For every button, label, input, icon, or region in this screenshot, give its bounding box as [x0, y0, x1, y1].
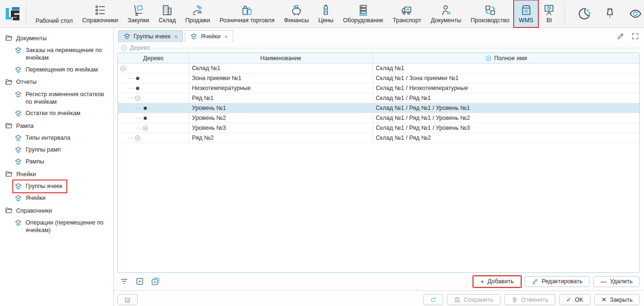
tree-connector	[128, 88, 134, 89]
toolbar-right-icons	[560, 3, 644, 24]
collapse-node-icon[interactable]	[135, 96, 140, 101]
cell-full-name: Склад №1 / Ряд №1 / Уровень №3	[376, 125, 470, 131]
refresh-button[interactable]	[423, 294, 443, 305]
table-row[interactable]: Ряд №2 Склад №1 / Ряд №2	[118, 133, 639, 143]
pin-icon[interactable]	[599, 3, 620, 24]
sidebar-item-cell-move-orders[interactable]: Заказы на перемещение по ячейкам	[13, 45, 111, 64]
tab-cell-groups[interactable]: Группы ячеек ×	[118, 30, 183, 42]
column-header-label: Наименование	[260, 55, 301, 62]
toolbar-item-bi[interactable]: BI	[538, 0, 560, 27]
ok-button-label: OK	[575, 297, 583, 303]
sidebar-item-operations-cell-move[interactable]: Операции (перемещение по ячейкам)	[13, 217, 111, 236]
toolbar-item-documents[interactable]: Документы	[426, 0, 466, 27]
delete-button[interactable]: — Удалить	[593, 276, 640, 287]
toolbar-item-label: Финансы	[284, 17, 308, 24]
toolbar-item-transport[interactable]: Транспорт	[388, 0, 426, 27]
sidebar-folder-label: Справочники	[16, 207, 52, 214]
table-row[interactable]: Склад №1 Склад №1	[118, 63, 639, 73]
sidebar-item-label: Перемещения по ячейкам	[26, 66, 98, 73]
toolbar-item-directories[interactable]: Справочники	[77, 0, 123, 27]
tab-bar: Группы ячеек × Ячейки ×	[114, 28, 644, 42]
sidebar-item-interval-types[interactable]: Типы интервала	[13, 132, 111, 144]
sidebar-item-cells[interactable]: Ячейки	[13, 192, 111, 204]
moon-icon[interactable]	[574, 3, 595, 24]
edit-button[interactable]: Редактировать	[525, 276, 590, 287]
toolbar-item-production[interactable]: Производство	[466, 0, 514, 27]
sidebar-item-ramp-groups[interactable]: Группы рамп	[13, 144, 111, 156]
add-button[interactable]: + Добавить	[473, 276, 521, 287]
sidebar-item-cell-groups[interactable]: Группы ячеек	[13, 180, 66, 192]
collapse-node-icon[interactable]	[120, 66, 126, 71]
sidebar-item-label: Регистр изменения остатков по ячейкам	[26, 90, 110, 106]
refresh-icon	[430, 297, 436, 303]
toolbar-item-wms[interactable]: WMS	[514, 0, 538, 27]
sidebar-item-ramps[interactable]: Рампы	[13, 156, 111, 168]
sidebar-item-cell-balance-register[interactable]: Регистр изменения остатков по ячейкам	[13, 89, 111, 108]
table-tool-row: + Добавить Редактировать — Удалить	[118, 275, 640, 288]
column-header-full-name[interactable]: Полное имя	[373, 53, 639, 63]
sidebar-folder-cells[interactable]: Ячейки	[3, 168, 111, 180]
eye-icon[interactable]	[625, 3, 644, 24]
tab-close-icon[interactable]: ×	[224, 33, 228, 40]
column-header-tree[interactable]: Дерево	[118, 53, 189, 63]
sidebar-folder-documents[interactable]: Документы	[3, 32, 111, 45]
toolbar-item-label: Рабочий стол	[36, 18, 73, 24]
save-button-label: Сохранить	[464, 297, 493, 303]
tab-close-icon[interactable]: ×	[174, 33, 178, 40]
trash-icon	[511, 297, 518, 303]
toolbar-item-sales[interactable]: Продажи	[181, 0, 215, 27]
toolbar-item-finance[interactable]: Финансы	[279, 0, 313, 27]
toolbar-item-purchases[interactable]: Закупки	[123, 0, 154, 27]
toolbar-item-equipment[interactable]: Оборудование	[338, 0, 388, 27]
edit-pencil-icon[interactable]	[617, 32, 625, 40]
expand-node-icon[interactable]	[135, 135, 140, 141]
tree-connector	[136, 128, 141, 128]
filter-icon[interactable]	[119, 277, 129, 286]
tree-connector	[136, 118, 141, 118]
sidebar-folder-reports[interactable]: Отчеты	[3, 76, 111, 89]
table-row[interactable]: Уровень №2 Склад №1 / Ряд №1 / Уровень №…	[118, 113, 639, 123]
toolbar-item-label: Транспорт	[393, 17, 421, 24]
column-header-name[interactable]: Наименование	[189, 53, 373, 63]
toolbar-item-prices[interactable]: Цены	[314, 0, 338, 27]
fullscreen-icon[interactable]	[631, 32, 639, 40]
edit-button-label: Редактировать	[542, 278, 582, 285]
table-row[interactable]: Уровень №3 Склад №1 / Ряд №1 / Уровень №…	[118, 123, 639, 133]
toolbar-item-label: BI	[546, 17, 552, 24]
toolbar-item-retail[interactable]: Розничная торговля	[215, 0, 279, 27]
open-editor-button[interactable]	[118, 294, 137, 305]
sidebar-item-cell-moves[interactable]: Перемещения по ячейкам	[13, 64, 111, 76]
tab-cells[interactable]: Ячейки ×	[185, 30, 233, 42]
sidebar-folder-label: Рампа	[16, 123, 34, 129]
node-dot-icon	[144, 117, 147, 120]
expand-node-button-icon[interactable]	[135, 277, 145, 286]
expand-all-nodes-icon[interactable]	[151, 277, 160, 286]
sidebar-item-cell-balances[interactable]: Остатки по ячейкам	[13, 108, 111, 119]
table-row[interactable]: Зона приемки №1 Склад №1 / Зона приемки …	[118, 73, 639, 83]
toolbar-divider	[564, 3, 565, 24]
minus-icon: —	[600, 278, 607, 285]
ok-button[interactable]: ✓ OK	[559, 294, 590, 305]
toolbar-item-desktop[interactable]: Рабочий стол	[31, 0, 77, 27]
groupbox-line	[116, 48, 118, 48]
table-row[interactable]: Низкотемпературные Склад №1 / Низкотемпе…	[118, 83, 639, 93]
collapse-group-icon[interactable]	[121, 45, 127, 51]
toolbar-item-label: Цены	[318, 17, 334, 24]
node-dot-icon	[136, 87, 139, 90]
table-row[interactable]: Ряд №1 Склад №1 / Ряд №1	[118, 93, 639, 103]
save-button[interactable]: Сохранить	[447, 294, 500, 305]
close-button[interactable]: ✕ Закрыть	[594, 294, 640, 305]
expand-node-icon[interactable]	[143, 126, 148, 131]
sidebar-item-label: Заказы на перемещение по ячейкам	[26, 46, 110, 62]
sidebar-folder-directories[interactable]: Справочники	[3, 204, 111, 217]
cancel-button[interactable]: Отменить	[504, 294, 555, 305]
cell-full-name: Склад №1	[376, 65, 404, 72]
toolbar-item-warehouse[interactable]: Склад	[154, 0, 181, 27]
sidebar-folder-ramp[interactable]: Рампа	[3, 119, 111, 132]
tree-connector	[128, 78, 134, 79]
sidebar-item-label: Операции (перемещение по ячейкам)	[26, 219, 110, 234]
tree-connector	[128, 98, 134, 99]
tree-connector	[136, 108, 141, 108]
table-row-selected[interactable]: Уровень №1 Склад №1 / Ряд №1 / Уровень №…	[118, 103, 639, 113]
cell-full-name: Склад №1 / Ряд №1	[376, 95, 431, 101]
